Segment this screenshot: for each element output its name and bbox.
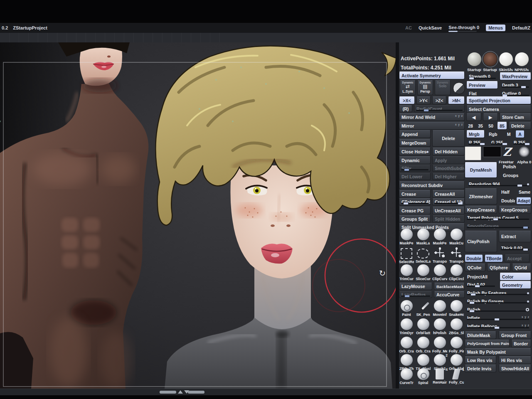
qcube-button[interactable]: QCube <box>465 264 485 271</box>
delete-subtool-button[interactable]: Delete <box>432 130 465 147</box>
menu-item[interactable] <box>172 33 182 42</box>
menu-item[interactable] <box>67 33 76 42</box>
stroke-freehand-icon[interactable]: Z <box>503 146 511 158</box>
brush-thumb[interactable]: SelectLa <box>416 247 431 264</box>
radial-count-slider[interactable]: RadialCount <box>414 105 465 112</box>
zremesher-button[interactable]: ZRemesher <box>465 188 497 204</box>
brush-thumb[interactable]: Spiral <box>416 368 431 385</box>
low-res-vis-button[interactable]: Low Res vis <box>465 356 496 364</box>
material-thumb[interactable]: Startupl <box>467 52 481 72</box>
brush-thumb[interactable]: 4RenHair <box>432 368 447 385</box>
apply-button[interactable]: Apply <box>432 156 465 164</box>
extract-double-button[interactable]: Double <box>465 254 483 262</box>
double-button[interactable]: Double <box>499 197 515 204</box>
color-button[interactable]: Color <box>500 273 531 281</box>
brush-thumb[interactable]: MoveInf <box>432 300 447 317</box>
solo-button[interactable]: DynamicSolo <box>435 80 451 95</box>
menu-item[interactable] <box>86 33 96 42</box>
brush-thumb[interactable]: SelectRe <box>399 247 414 264</box>
menu-item[interactable] <box>0 33 10 42</box>
brush-thumb[interactable]: Transpo <box>449 247 464 264</box>
group-front-button[interactable]: Group Front <box>499 331 531 339</box>
lazy-mouse-button[interactable]: LazyMouse <box>399 283 432 290</box>
brush-thumb[interactable]: Folly_Pir <box>449 337 464 353</box>
r-slider[interactable]: R 255 <box>466 139 486 146</box>
brush-thumb[interactable]: SliceCur <box>416 264 431 281</box>
rgb-button[interactable]: Rgb <box>486 130 502 138</box>
menu-item[interactable] <box>105 33 115 42</box>
crease-button[interactable]: Crease <box>399 190 431 198</box>
project-all-button[interactable]: ProjectAll <box>465 273 497 281</box>
menu-item[interactable] <box>10 33 19 42</box>
brush-thumb[interactable]: ClipCurv <box>432 264 447 281</box>
rotate-gizmo-icon[interactable]: ↻ <box>379 269 386 277</box>
menu-item[interactable] <box>19 33 29 42</box>
polish-slider[interactable]: Polish <box>465 306 531 313</box>
scroll-up-arrow-icon[interactable] <box>178 390 183 394</box>
g-slider[interactable]: G 255 <box>489 139 509 146</box>
menu-item[interactable] <box>201 33 210 42</box>
material-sphere-button[interactable] <box>453 82 465 94</box>
strength-slider[interactable]: Strength 0 <box>466 72 498 80</box>
material-thumb[interactable]: Startupl <box>483 52 497 72</box>
clay-polish-button[interactable]: ClayPolish <box>465 231 497 252</box>
material-thumb[interactable]: SkinSha <box>499 52 513 72</box>
menu-item[interactable] <box>57 33 67 42</box>
cam-28-button[interactable]: 28 <box>466 122 475 130</box>
close-holes-button[interactable]: Close Holes <box>399 148 431 155</box>
default-zscript-button[interactable]: DefaultZ <box>512 25 530 30</box>
menu-item[interactable] <box>210 33 220 42</box>
uncrease-all-button[interactable]: UnCreaseAll <box>432 207 465 214</box>
inflate-slider[interactable]: Inflatex y z <box>465 314 531 321</box>
hi-res-vis-button[interactable]: Hi Res vis <box>499 356 531 364</box>
menu-item[interactable] <box>163 33 172 42</box>
sym-x-button[interactable]: >X< <box>399 96 415 104</box>
merge-down-button[interactable]: MergeDown <box>399 139 431 147</box>
see-through-slider[interactable]: See-through 0 <box>448 25 479 31</box>
menu-item[interactable] <box>38 33 48 42</box>
thick-slider[interactable]: Thick 0.02 <box>499 244 531 251</box>
local-symmetry-button[interactable]: Dynamic⇄L.Sym <box>400 80 416 95</box>
menu-item[interactable] <box>153 33 163 42</box>
inflate-balloon-slider[interactable]: Inflate Balloonx y z <box>465 323 531 330</box>
mask-by-polypaint-button[interactable]: Mask By Polypaint <box>465 348 531 356</box>
spotlight-projection-button[interactable]: Spotlight Projection <box>466 96 531 104</box>
brush-thumb[interactable]: hPolish <box>432 318 447 335</box>
resolution-slider[interactable]: Resolution 904 <box>466 180 531 187</box>
append-button[interactable]: Append <box>399 130 431 138</box>
cam-delete-button[interactable]: Delete <box>509 122 531 130</box>
brush-thumb[interactable]: ClipCircl <box>449 264 464 281</box>
smooth-subdiv-button[interactable]: SmoothSubdiv <box>432 165 465 172</box>
sym-z-button[interactable]: >Z< <box>432 96 446 104</box>
sculpt-viewport[interactable] <box>0 42 396 389</box>
brush-thumb[interactable]: Folly_Me <box>432 337 447 353</box>
mirror-and-weld-button[interactable]: Mirror And Weldx y z <box>399 113 465 121</box>
crease-pg-button[interactable]: Crease PG <box>399 207 431 214</box>
activate-symmetry-button[interactable]: Activate Symmetry <box>399 71 465 79</box>
smooth-groups-slider[interactable]: SmoothGroups <box>465 222 531 229</box>
brush-thumb[interactable]: ZBGs_Sl <box>449 318 464 335</box>
secondary-color-swatch[interactable] <box>483 146 501 157</box>
wax-preview-button[interactable]: WaxPreview <box>500 72 531 80</box>
brush-thumb[interactable]: MaskLa <box>416 229 431 245</box>
ctolerance-slider[interactable]: CTolerance 45 <box>399 198 431 205</box>
menus-button[interactable]: Menus <box>486 25 505 31</box>
crease-all-button[interactable]: CreaseAll <box>432 190 465 198</box>
menu-item[interactable] <box>143 33 153 42</box>
reconstruct-subdiv-button[interactable]: Reconstruct Subdiv <box>399 181 465 189</box>
delete-invis-button[interactable]: Delete Invis <box>465 365 496 372</box>
brush-thumb[interactable]: MaskCu <box>449 229 464 245</box>
sym-y-button[interactable]: >Y< <box>416 96 431 104</box>
extract-button[interactable]: Extract <box>499 231 531 242</box>
brush-thumb[interactable]: SnakeHo <box>449 300 464 317</box>
material-thumb[interactable]: NPRSha <box>515 52 529 72</box>
brush-thumb[interactable]: Orb_Cra <box>399 337 414 353</box>
brush-thumb[interactable]: CurveTr <box>399 368 414 385</box>
mirror-button[interactable]: Mirrorx y z <box>399 122 465 130</box>
geometry-button[interactable]: Geometry <box>500 281 531 289</box>
show-hide-all-button[interactable]: Show/HideAll <box>499 365 531 372</box>
accu-curve-button[interactable]: AccuCurve <box>434 291 465 298</box>
split-hidden-button[interactable]: Split Hidden <box>432 215 465 223</box>
menu-item[interactable] <box>191 33 201 42</box>
store-cam-button[interactable]: Store Cam <box>500 113 531 121</box>
